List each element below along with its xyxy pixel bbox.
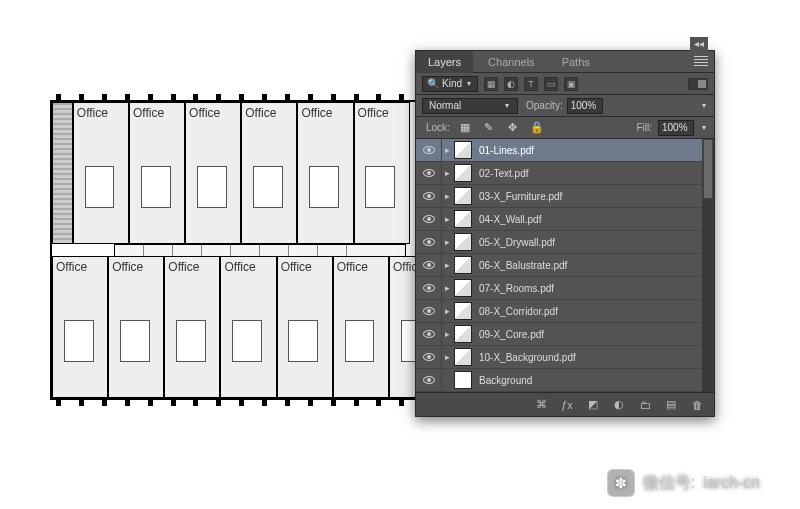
tab-paths[interactable]: Paths [550,51,602,73]
fx-icon[interactable]: ƒx [560,398,574,412]
panel-menu-icon[interactable] [694,56,708,66]
office-room: Office [185,102,241,244]
filter-adjust-icon[interactable]: ◐ [504,77,518,91]
eye-icon [423,215,435,223]
lock-position-icon[interactable]: ✥ [504,121,522,135]
visibility-toggle[interactable] [416,185,442,207]
visibility-toggle[interactable] [416,300,442,322]
layer-row[interactable]: ▸04-X_Wall.pdf [416,208,714,231]
layer-row[interactable]: ▸03-X_Furniture.pdf [416,185,714,208]
layer-thumb [454,348,472,366]
layer-row[interactable]: ▸01-Lines.pdf [416,139,714,162]
lock-trans-icon[interactable]: ▦ [456,121,474,135]
layer-thumb [454,164,472,182]
office-room: Office [129,102,185,244]
visibility-toggle[interactable] [416,208,442,230]
lock-pixels-icon[interactable]: ✎ [480,121,498,135]
layer-row[interactable]: ▸08-X_Corridor.pdf [416,300,714,323]
disclosure-icon[interactable]: ▸ [442,214,453,224]
layer-row[interactable]: ▸07-X_Rooms.pdf [416,277,714,300]
layers-panel[interactable]: ◂◂ Layers Channels Paths 🔍 Kind ▾ ▦ ◐ T … [415,50,715,417]
fill-input[interactable]: 100% [658,120,694,136]
ruler-bottom [52,398,468,406]
layer-row[interactable]: ▸09-X_Core.pdf [416,323,714,346]
visibility-toggle[interactable] [416,323,442,345]
kind-filter-select[interactable]: 🔍 Kind ▾ [422,76,478,92]
chevron-down-icon[interactable]: ▾ [700,124,708,132]
eye-icon [423,146,435,154]
group-icon[interactable]: 🗀 [638,398,652,412]
visibility-toggle[interactable] [416,254,442,276]
collapse-icon[interactable]: ◂◂ [690,37,708,51]
visibility-toggle[interactable] [416,162,442,184]
scrollbar[interactable] [702,139,714,392]
eye-icon [423,169,435,177]
disclosure-icon[interactable]: ▸ [442,283,453,293]
chevron-down-icon[interactable]: ▾ [700,102,708,110]
disclosure-icon[interactable]: ▸ [442,237,453,247]
filter-smart-icon[interactable]: ▣ [564,77,578,91]
eye-icon [423,376,435,384]
layer-row[interactable]: Background [416,369,714,392]
tab-channels[interactable]: Channels [476,51,546,73]
disclosure-icon[interactable]: ▸ [442,352,453,362]
layer-name: 01-Lines.pdf [479,145,534,156]
layer-name: 05-X_Drywall.pdf [479,237,555,248]
visibility-toggle[interactable] [416,231,442,253]
tab-layers[interactable]: Layers [416,51,473,73]
office-room: Office [354,102,410,244]
eye-icon [423,284,435,292]
filter-toggle[interactable] [688,78,708,90]
layer-thumb [454,210,472,228]
disclosure-icon[interactable]: ▸ [442,191,453,201]
layer-thumb [454,371,472,389]
visibility-toggle[interactable] [416,139,442,161]
layer-thumb [454,141,472,159]
layer-row[interactable]: ▸06-X_Balustrate.pdf [416,254,714,277]
layer-name: 09-X_Core.pdf [479,329,544,340]
disclosure-icon[interactable]: ▸ [442,168,453,178]
lock-label: Lock: [426,122,450,133]
scroll-thumb[interactable] [703,139,713,199]
blend-opacity-row: Normal ▾ Opacity: 100% ▾ [416,95,714,117]
kind-label: Kind [442,78,462,89]
blend-mode-select[interactable]: Normal ▾ [422,98,518,114]
layer-row[interactable]: ▸05-X_Drywall.pdf [416,231,714,254]
panel-tabs: Layers Channels Paths [416,51,714,73]
link-layers-icon[interactable]: ⌘ [534,398,548,412]
filter-pixel-icon[interactable]: ▦ [484,77,498,91]
mask-icon[interactable]: ◩ [586,398,600,412]
filter-row: 🔍 Kind ▾ ▦ ◐ T ▭ ▣ [416,73,714,95]
fill-label: Fill: [636,122,652,133]
trash-icon[interactable]: 🗑 [690,398,704,412]
visibility-toggle[interactable] [416,346,442,368]
disclosure-icon[interactable]: ▸ [442,145,453,155]
eye-icon [423,238,435,246]
layer-name: 08-X_Corridor.pdf [479,306,558,317]
watermark-id: iarch-cn [703,474,760,492]
visibility-toggle[interactable] [416,277,442,299]
eye-icon [423,261,435,269]
adjustment-icon[interactable]: ◐ [612,398,626,412]
chevron-down-icon: ▾ [465,80,473,88]
layer-name: Background [479,375,532,386]
disclosure-icon[interactable]: ▸ [442,260,453,270]
layer-row[interactable]: ▸10-X_Background.pdf [416,346,714,369]
floorplan-canvas: Office Office Office Office Office Offic… [50,100,470,400]
filter-shape-icon[interactable]: ▭ [544,77,558,91]
layer-name: 07-X_Rooms.pdf [479,283,554,294]
opacity-input[interactable]: 100% [567,98,603,114]
layer-thumb [454,325,472,343]
layer-name: 04-X_Wall.pdf [479,214,541,225]
office-room: Office [220,256,276,398]
filter-type-icon[interactable]: T [524,77,538,91]
stairs-icon [52,102,73,244]
layer-thumb [454,302,472,320]
new-layer-icon[interactable]: ▤ [664,398,678,412]
lock-all-icon[interactable]: 🔒 [528,121,546,135]
watermark-label: 微信号: [643,473,695,494]
layer-row[interactable]: ▸02-Text.pdf [416,162,714,185]
disclosure-icon[interactable]: ▸ [442,329,453,339]
disclosure-icon[interactable]: ▸ [442,306,453,316]
visibility-toggle[interactable] [416,369,442,391]
